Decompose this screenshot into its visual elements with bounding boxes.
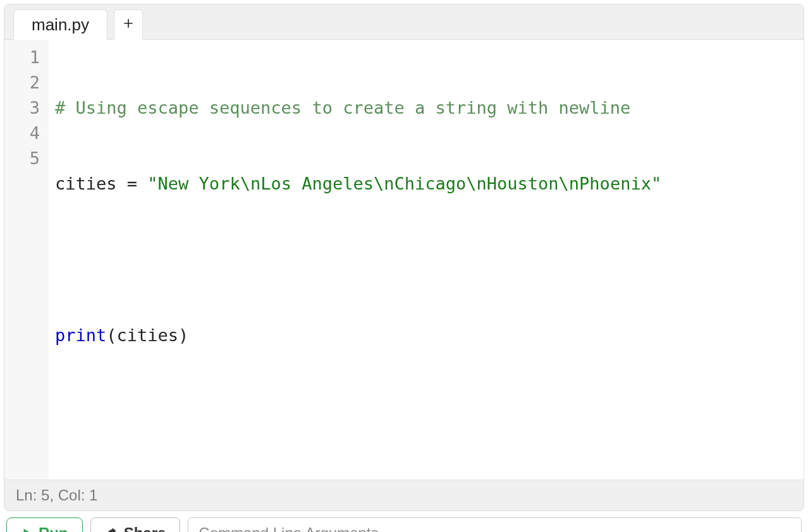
- line-number: 5: [9, 146, 40, 171]
- code-escape: \n: [240, 174, 261, 193]
- code-escape: \n: [374, 174, 395, 193]
- code-paren: ): [178, 325, 188, 345]
- code-operator: =: [117, 174, 148, 193]
- run-button[interactable]: Run: [6, 517, 83, 532]
- tab-main-py[interactable]: main.py: [13, 9, 107, 40]
- code-string: Los Angeles: [260, 174, 374, 193]
- play-icon: [21, 524, 32, 532]
- code-string: Chicago: [394, 174, 466, 193]
- tab-bar: main.py: [4, 4, 804, 40]
- code-string-quote: ": [651, 174, 661, 193]
- share-icon: [105, 524, 118, 532]
- code-paren: (: [106, 325, 116, 345]
- editor-panel: main.py 1 2 3 4 5 # Using escape sequenc…: [4, 4, 804, 511]
- line-number: 3: [9, 95, 40, 121]
- toolbar: Run Share: [0, 511, 808, 532]
- code-variable: cities: [55, 174, 117, 193]
- status-bar: Ln: 5, Col: 1: [4, 480, 804, 511]
- new-tab-button[interactable]: [114, 9, 143, 40]
- code-escape: \n: [466, 174, 487, 193]
- run-button-label: Run: [39, 524, 68, 532]
- code-content[interactable]: # Using escape sequences to create a str…: [49, 40, 804, 480]
- code-string: New York: [158, 174, 240, 193]
- code-string-quote: ": [147, 174, 157, 193]
- code-escape: \n: [559, 174, 580, 193]
- code-argument: cities: [117, 325, 179, 345]
- code-editor[interactable]: 1 2 3 4 5 # Using escape sequences to cr…: [4, 40, 804, 480]
- share-button[interactable]: Share: [90, 517, 181, 532]
- code-string: Phoenix: [579, 174, 651, 193]
- line-number: 1: [9, 45, 40, 70]
- plus-icon: [122, 17, 135, 32]
- cursor-position: Ln: 5, Col: 1: [16, 487, 97, 504]
- line-gutter: 1 2 3 4 5: [4, 40, 49, 480]
- code-string: Houston: [487, 174, 559, 193]
- code-function: print: [55, 325, 106, 345]
- line-number: 4: [9, 121, 40, 146]
- code-comment: # Using escape sequences to create a str…: [55, 98, 630, 118]
- share-button-label: Share: [124, 524, 166, 532]
- command-line-args-input[interactable]: [188, 517, 802, 532]
- tab-label: main.py: [32, 15, 89, 35]
- line-number: 2: [9, 70, 40, 95]
